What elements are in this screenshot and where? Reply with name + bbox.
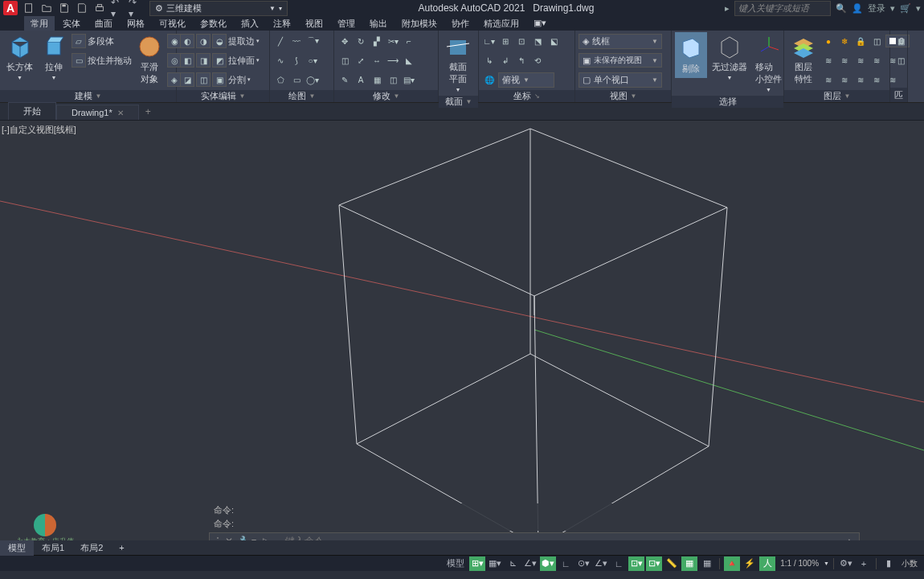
tab-layout2[interactable]: 布局2 xyxy=(72,540,111,556)
lk3[interactable]: ≋ xyxy=(853,72,868,87)
stretch-icon[interactable]: ↔ xyxy=(370,53,384,68)
fillet-icon[interactable]: ⌐ xyxy=(402,34,416,48)
scale-icon[interactable]: ⤢ xyxy=(354,53,368,68)
rect-icon[interactable]: ▭ xyxy=(289,72,304,87)
culling-button[interactable]: 剔除 xyxy=(675,32,707,78)
copy-icon[interactable]: ◫ xyxy=(337,53,352,68)
user-icon[interactable]: 👤 xyxy=(852,3,863,14)
lwt-toggle[interactable]: ⊡▾ xyxy=(646,556,662,571)
ucs-icon-6[interactable]: ↳ xyxy=(482,53,497,68)
sc-toggle[interactable]: ▦ xyxy=(699,556,715,571)
search-icon[interactable]: 🔍 xyxy=(836,3,847,14)
lj1[interactable]: ≋ xyxy=(821,53,836,68)
ucs-icon-9[interactable]: ⟲ xyxy=(530,53,545,68)
settings-icon[interactable]: ⚙▾ xyxy=(838,556,854,571)
group-icon[interactable]: ▦ xyxy=(893,34,908,48)
text-icon[interactable]: A xyxy=(354,72,368,87)
rotate-icon[interactable]: ↻ xyxy=(354,34,368,48)
polar-toggle[interactable]: ∠▾ xyxy=(522,556,538,571)
spline-icon[interactable]: ∿ xyxy=(273,53,288,68)
se-i2[interactable]: ◨ xyxy=(196,53,211,68)
login-label[interactable]: 登录 xyxy=(868,2,885,14)
subtract-icon[interactable]: ◑ xyxy=(196,34,211,48)
tab-visualize[interactable]: 可视化 xyxy=(153,16,192,31)
ucs-icon-2[interactable]: ⊞ xyxy=(498,34,513,48)
box-button[interactable]: 长方体 ▼ xyxy=(3,32,36,82)
app-drop-icon[interactable]: ▾ xyxy=(916,3,921,14)
ellipse-icon[interactable]: ◯▾ xyxy=(305,72,320,87)
ucs-icon-8[interactable]: ↰ xyxy=(514,53,529,68)
tab-manage[interactable]: 管理 xyxy=(331,16,362,31)
extract-edge-label[interactable]: 提取边 xyxy=(228,35,255,47)
union-icon[interactable]: ◐ xyxy=(180,34,194,48)
add-icon[interactable]: + xyxy=(856,556,872,571)
ucs-icon-7[interactable]: ↲ xyxy=(498,53,513,68)
extrude-face-label[interactable]: 拉伸面 xyxy=(228,55,255,67)
anno-toggle[interactable]: 🔺 xyxy=(724,556,740,571)
se-i3[interactable]: ◩ xyxy=(212,53,227,68)
tab-insert[interactable]: 插入 xyxy=(235,16,265,31)
anno2-toggle[interactable]: ⚡ xyxy=(742,556,758,571)
curve-icon[interactable]: ⟆ xyxy=(289,53,304,68)
match-icon[interactable]: ◫ xyxy=(893,53,908,68)
presspull-icon[interactable]: ▭ xyxy=(72,53,86,68)
close-icon[interactable]: ✕ xyxy=(117,109,124,117)
tab-model[interactable]: 模型 xyxy=(0,540,34,556)
se-i1[interactable]: ◧ xyxy=(180,53,194,68)
open-icon[interactable] xyxy=(40,2,53,14)
lj3[interactable]: ≋ xyxy=(853,53,868,68)
li4[interactable]: ◫ xyxy=(869,34,884,48)
tab-addins[interactable]: 附加模块 xyxy=(395,16,444,31)
layer-props-button[interactable]: 图层 特性 xyxy=(787,32,820,87)
zoom-label[interactable]: 1:1 / 100% xyxy=(777,559,822,568)
arc-icon[interactable]: ⌒▾ xyxy=(305,34,320,48)
tab-mesh[interactable]: 网格 xyxy=(121,16,151,31)
chamfer-icon[interactable]: ◣ xyxy=(402,53,416,68)
ucs-icon-3[interactable]: ⊡ xyxy=(514,34,529,48)
add-tab-button[interactable]: + xyxy=(139,104,157,120)
otrack-toggle[interactable]: ⊙▾ xyxy=(575,556,591,571)
tab-start[interactable]: 开始 xyxy=(8,102,56,120)
se-i5[interactable]: ◫ xyxy=(196,72,211,87)
ucs-icon-5[interactable]: ⬕ xyxy=(546,34,561,48)
tpy-toggle[interactable]: 📏 xyxy=(664,556,680,571)
save-icon[interactable] xyxy=(58,2,71,14)
tab-overflow[interactable]: ▣▾ xyxy=(527,16,553,31)
world-icon[interactable]: 🌐 xyxy=(482,72,497,87)
slice-label[interactable]: 分割 xyxy=(228,74,246,86)
iso-toggle[interactable]: ⬢▾ xyxy=(540,556,556,571)
tab-common[interactable]: 常用 xyxy=(24,16,55,31)
workspace-selector[interactable]: ⚙ 三维建模 ▼ ▾ xyxy=(149,1,288,16)
clean-icon[interactable]: ▮ xyxy=(881,556,897,571)
tab-parametric[interactable]: 参数化 xyxy=(194,16,233,31)
offset-icon[interactable]: ◫ xyxy=(386,72,400,87)
tab-drawing1[interactable]: Drawing1*✕ xyxy=(56,105,139,120)
units-label[interactable]: 小数 xyxy=(898,558,921,569)
ortho-toggle[interactable]: ⊾ xyxy=(505,556,521,571)
polygon-icon[interactable]: ⬠ xyxy=(273,72,288,87)
tab-solid[interactable]: 实体 xyxy=(56,16,87,31)
tab-featured[interactable]: 精选应用 xyxy=(477,16,525,31)
trim-icon[interactable]: ✂▾ xyxy=(386,34,400,48)
mirror-icon[interactable]: ▞ xyxy=(370,34,384,48)
extend-icon[interactable]: ⟶ xyxy=(386,53,400,68)
se-i4[interactable]: ◪ xyxy=(180,72,194,87)
drawing-canvas[interactable]: [-]自定义视图[线框] 永木教育：唐升伟 命令: 命令: ⋮ ✕ 🔧▾ xyxy=(0,121,924,555)
align-icon[interactable]: ▤▾ xyxy=(402,72,416,87)
no-filter-button[interactable]: 无过滤器 ▼ xyxy=(709,32,750,82)
saveas-icon[interactable] xyxy=(76,2,88,14)
cart-icon[interactable]: 🛒 xyxy=(900,3,911,14)
model-toggle[interactable]: 模型 xyxy=(444,556,468,571)
saved-view-dropdown[interactable]: ▣未保存的视图▼ xyxy=(579,53,662,68)
3dosnap-toggle[interactable]: ∠▾ xyxy=(593,556,609,571)
tab-view[interactable]: 视图 xyxy=(299,16,329,31)
search-input[interactable]: 键入关键字或短语 xyxy=(734,1,831,16)
lk2[interactable]: ≋ xyxy=(837,72,852,87)
se-i6[interactable]: ▣ xyxy=(212,72,227,87)
tab-output[interactable]: 输出 xyxy=(363,16,394,31)
lk4[interactable]: ≋ xyxy=(869,72,884,87)
ucs-icon-4[interactable]: ⬔ xyxy=(530,34,545,48)
li1[interactable]: ● xyxy=(821,34,836,48)
array-icon[interactable]: ▦ xyxy=(370,72,384,87)
viewport-dropdown[interactable]: ▢单个视口▼ xyxy=(579,72,662,88)
